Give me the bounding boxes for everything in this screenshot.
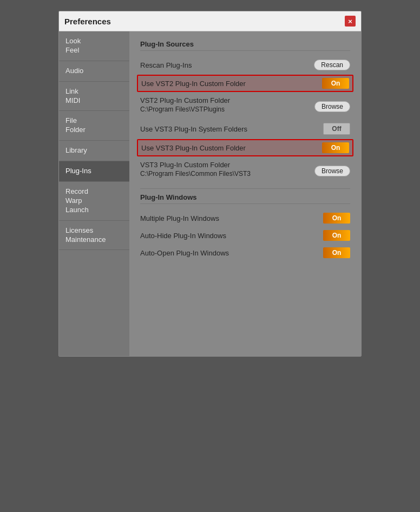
rescan-button[interactable]: Rescan [314,60,350,70]
close-button[interactable]: × [345,16,356,27]
sidebar-item-link-midi[interactable]: LinkMIDI [59,82,129,111]
multiple-windows-row: Multiple Plug-In Windows On [140,209,350,227]
sidebar-item-record-warp-launch[interactable]: RecordWarpLaunch [59,182,129,221]
vst2-browse-button[interactable]: Browse [314,101,350,112]
preferences-window: Preferences × LookFeel Audio LinkMIDI Fi… [58,11,362,357]
vst2-folder-path: C:\Program Files\VSTPlugins [140,104,230,116]
vst2-folder-label: VST2 Plug-In Custom Folder [140,96,230,104]
multiple-windows-toggle[interactable]: On [323,213,350,224]
auto-hide-toggle[interactable]: On [323,230,350,241]
vst3-folder-info: VST3 Plug-In Custom Folder C:\Program Fi… [140,161,251,181]
section-plugin-sources-header: Plug-In Sources [140,40,350,51]
main-panel: Plug-In Sources Rescan Plug-Ins Rescan U… [129,31,361,356]
vst3-folder-row: VST3 Plug-In Custom Folder C:\Program Fi… [140,157,350,184]
use-vst2-custom-toggle[interactable]: On [322,78,349,89]
vst2-folder-info: VST2 Plug-In Custom Folder C:\Program Fi… [140,96,230,116]
use-vst3-custom-row: Use VST3 Plug-In Custom Folder On [137,139,353,156]
auto-hide-label: Auto-Hide Plug-In Windows [140,232,226,240]
sidebar-item-file-folder[interactable]: FileFolder [59,111,129,141]
vst3-folder-path: C:\Program Files\Common Files\VST3 [140,169,251,181]
section-plugin-windows-header: Plug-In Windows [140,193,350,204]
sidebar-item-plug-ins[interactable]: Plug-Ins [59,161,129,182]
divider [140,188,350,189]
sidebar-item-licenses-maintenance[interactable]: LicensesMaintenance [59,221,129,251]
multiple-windows-label: Multiple Plug-In Windows [140,214,219,222]
rescan-row: Rescan Plug-Ins Rescan [140,56,350,74]
rescan-label: Rescan Plug-Ins [140,61,192,69]
sidebar: LookFeel Audio LinkMIDI FileFolder Libra… [59,31,129,356]
sidebar-item-look-feel[interactable]: LookFeel [59,31,129,61]
vst2-folder-row: VST2 Plug-In Custom Folder C:\Program Fi… [140,93,350,120]
vst3-folder-label: VST3 Plug-In Custom Folder [140,161,251,169]
use-vst3-custom-label: Use VST3 Plug-In Custom Folder [141,144,246,152]
use-vst3-system-row: Use VST3 Plug-In System Folders Off [140,120,350,138]
use-vst2-custom-row: Use VST2 Plug-In Custom Folder On [137,75,353,92]
use-vst2-custom-label: Use VST2 Plug-In Custom Folder [141,80,246,88]
use-vst3-system-toggle[interactable]: Off [323,123,350,135]
use-vst3-system-label: Use VST3 Plug-In System Folders [140,125,247,133]
vst3-browse-button[interactable]: Browse [314,166,350,176]
auto-open-label: Auto-Open Plug-In Windows [140,249,229,257]
sidebar-item-audio[interactable]: Audio [59,61,129,82]
use-vst3-custom-toggle[interactable]: On [322,142,349,153]
auto-open-row: Auto-Open Plug-In Windows On [140,244,350,261]
auto-open-toggle[interactable]: On [323,247,350,258]
sidebar-item-library[interactable]: Library [59,141,129,161]
content-area: LookFeel Audio LinkMIDI FileFolder Libra… [59,31,361,356]
window-title: Preferences [64,17,111,26]
titlebar: Preferences × [59,11,361,31]
auto-hide-row: Auto-Hide Plug-In Windows On [140,227,350,244]
